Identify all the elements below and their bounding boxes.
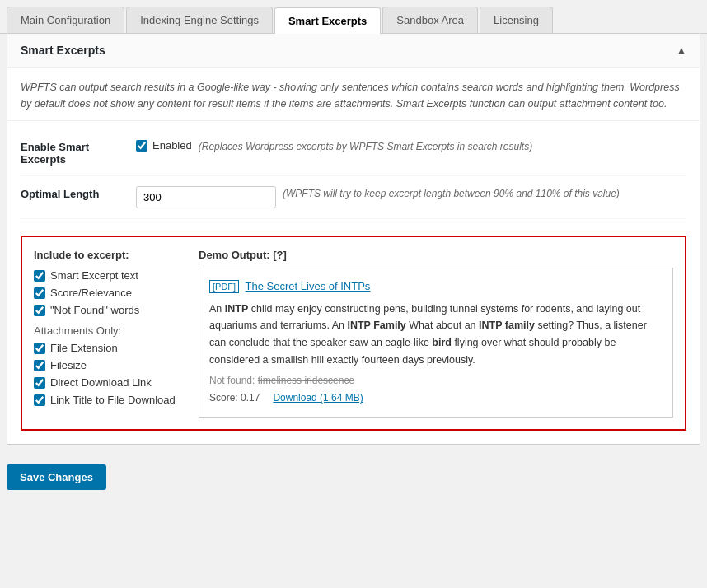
smart-excerpt-text-row: Smart Excerpt text — [34, 269, 182, 282]
demo-body: An INTP child may enjoy constructing pen… — [209, 301, 663, 369]
enable-smart-excerpts-row: Enable Smart Excerpts Enabled (Replaces … — [21, 129, 686, 176]
tab-sandbox-area[interactable]: Sandbox Area — [382, 7, 478, 33]
optimal-length-controls: (WPFTS will try to keep excerpt length b… — [136, 186, 686, 208]
demo-output: Demo Output: [?] [PDF] The Secret Lives … — [199, 249, 673, 418]
score-relevance-row: Score/Relevance — [34, 287, 182, 299]
demo-output-box: [PDF] The Secret Lives of INTPs An INTP … — [199, 268, 673, 418]
score-label: Score: — [209, 392, 238, 404]
file-extension-row: File Extension — [34, 342, 182, 354]
tab-licensing[interactable]: Licensing — [480, 7, 553, 33]
smart-excerpt-text-checkbox[interactable] — [34, 270, 45, 282]
not-found-words-row: "Not Found" words — [34, 304, 182, 316]
section-header: Smart Excerpts ▲ — [7, 34, 700, 68]
include-excerpt-section: Include to excerpt: Smart Excerpt text S… — [21, 236, 686, 431]
not-found-line: Not found: timeliness iridescence — [209, 373, 663, 389]
include-row: Include to excerpt: Smart Excerpt text S… — [34, 249, 673, 418]
filesize-row: Filesize — [34, 359, 182, 371]
demo-bold-intp-family1: INTP Family — [347, 320, 405, 331]
smart-excerpt-text-label: Smart Excerpt text — [50, 269, 138, 282]
direct-download-link-label: Direct Download Link — [50, 376, 152, 389]
save-bar: Save Changes — [0, 455, 707, 500]
score-label-value: Score: 0.17 — [209, 390, 260, 406]
optimal-length-label: Optimal Length — [21, 186, 136, 200]
demo-article-title[interactable]: The Secret Lives of INTPs — [246, 280, 371, 292]
section-collapse-icon[interactable]: ▲ — [677, 44, 686, 56]
file-extension-checkbox[interactable] — [34, 343, 45, 354]
tab-smart-excerpts[interactable]: Smart Excerpts — [274, 7, 381, 34]
not-found-words: timeliness iridescence — [258, 375, 354, 386]
optimal-length-hint: (WPFTS will try to keep excerpt length b… — [283, 186, 620, 199]
include-left: Include to excerpt: Smart Excerpt text S… — [34, 249, 182, 418]
link-title-to-file-download-row: Link Title to File Download — [34, 394, 182, 406]
tab-main-config[interactable]: Main Configuration — [7, 7, 124, 33]
file-extension-label: File Extension — [50, 342, 118, 354]
filesize-checkbox[interactable] — [34, 360, 45, 371]
page-wrapper: Main Configuration Indexing Engine Setti… — [0, 0, 707, 500]
enable-smart-excerpts-checkbox-text: Enabled — [152, 139, 192, 152]
enable-smart-excerpts-hint: (Replaces Wordpress excerpts by WPFTS Sm… — [199, 139, 532, 152]
score-line: Score: 0.17 Download (1.64 MB) — [209, 390, 663, 406]
include-to-excerpt-label: Include to excerpt: — [34, 249, 182, 261]
link-title-to-file-download-label: Link Title to File Download — [50, 394, 176, 406]
not-found-label: Not found: — [209, 375, 255, 386]
download-link[interactable]: Download (1.64 MB) — [273, 390, 363, 406]
score-relevance-checkbox[interactable] — [34, 287, 45, 299]
enable-smart-excerpts-label: Enable Smart Excerpts — [21, 139, 136, 166]
tabs-bar: Main Configuration Indexing Engine Setti… — [0, 0, 707, 34]
form-section: Enable Smart Excerpts Enabled (Replaces … — [7, 121, 700, 227]
tab-indexing-engine[interactable]: Indexing Engine Settings — [126, 7, 273, 33]
score-value: 0.17 — [241, 392, 260, 404]
score-relevance-label: Score/Relevance — [50, 287, 132, 299]
demo-bold-bird: bird — [432, 337, 452, 348]
filesize-label: Filesize — [50, 359, 87, 371]
enable-smart-excerpts-controls: Enabled (Replaces Wordpress excerpts by … — [136, 139, 686, 152]
section-description: WPFTS can output search results in a Goo… — [7, 68, 700, 121]
link-title-to-file-download-checkbox[interactable] — [34, 394, 45, 406]
demo-pdf-label: [PDF] — [209, 280, 239, 293]
not-found-words-label: "Not Found" words — [50, 304, 139, 316]
main-content: Smart Excerpts ▲ WPFTS can output search… — [7, 34, 700, 445]
optimal-length-row: Optimal Length (WPFTS will try to keep e… — [21, 176, 686, 219]
enable-smart-excerpts-checkbox[interactable] — [136, 140, 147, 152]
optimal-length-input[interactable] — [136, 186, 276, 208]
enable-smart-excerpts-checkbox-label[interactable]: Enabled — [136, 139, 192, 152]
demo-output-title: Demo Output: [?] — [199, 249, 673, 261]
demo-header: [PDF] The Secret Lives of INTPs — [209, 278, 663, 296]
direct-download-link-checkbox[interactable] — [34, 377, 45, 389]
demo-bold-intp1: INTP — [225, 303, 248, 315]
not-found-words-checkbox[interactable] — [34, 305, 45, 316]
demo-bold-intp-family2: INTP family — [479, 320, 535, 331]
direct-download-link-row: Direct Download Link — [34, 376, 182, 389]
section-title: Smart Excerpts — [21, 44, 105, 57]
save-button[interactable]: Save Changes — [7, 464, 106, 490]
attachments-only-label: Attachments Only: — [34, 324, 182, 337]
